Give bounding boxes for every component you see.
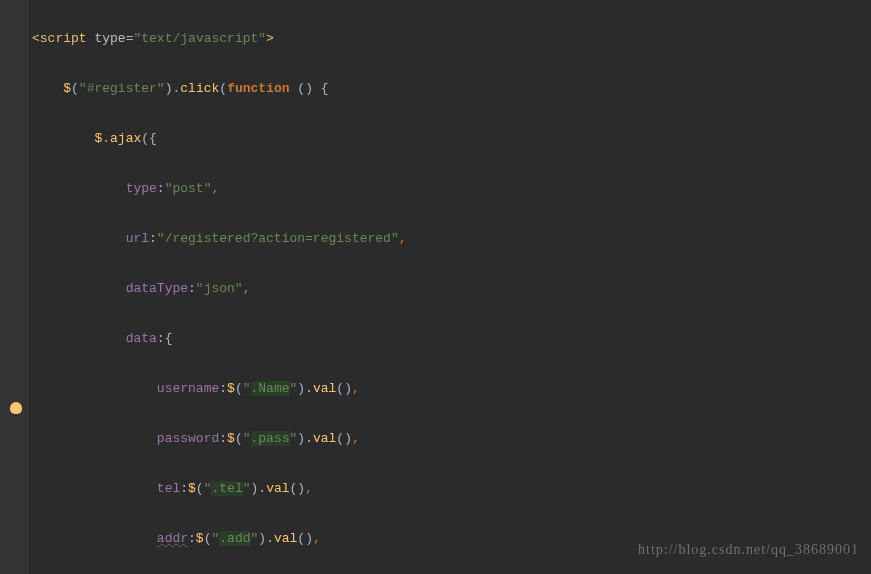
code-line: data:{ (32, 326, 871, 351)
editor-gutter (0, 0, 28, 574)
code-line: dataType:"json", (32, 276, 871, 301)
code-line: url:"/registered?action=registered", (32, 226, 871, 251)
code-line: $.ajax({ (32, 126, 871, 151)
code-line: password:$(".pass").val(), (32, 426, 871, 451)
code-line: username:$(".Name").val(), (32, 376, 871, 401)
code-editor[interactable]: <script type="text/javascript"> $("#regi… (28, 1, 871, 574)
code-line: $("#register").click(function () { (32, 76, 871, 101)
code-line: type:"post", (32, 176, 871, 201)
lightbulb-icon[interactable] (10, 402, 22, 414)
watermark-text: http://blog.csdn.net/qq_38689001 (638, 537, 859, 562)
code-line: <script type="text/javascript"> (32, 26, 871, 51)
code-line: tel:$(".tel").val(), (32, 476, 871, 501)
